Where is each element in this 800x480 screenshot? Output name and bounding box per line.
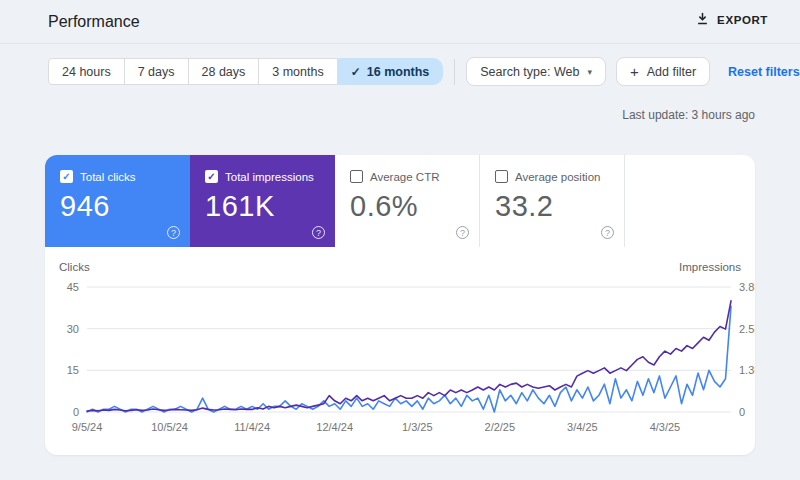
svg-text:1.3K: 1.3K	[739, 364, 755, 376]
svg-text:4/3/25: 4/3/25	[650, 421, 681, 433]
chevron-down-icon: ▾	[587, 67, 592, 77]
tab-24-hours[interactable]: 24 hours	[48, 58, 125, 85]
svg-text:0: 0	[739, 406, 745, 418]
search-type-label: Search type: Web	[480, 65, 579, 79]
performance-panel: ✓ Total clicks 946 ? ✓ Total impressions…	[45, 155, 755, 455]
add-filter-label: Add filter	[647, 65, 696, 79]
svg-text:45: 45	[67, 281, 79, 293]
page-title: Performance	[48, 13, 140, 31]
svg-text:30: 30	[67, 323, 79, 335]
tab-16-months[interactable]: ✓ 16 months	[337, 58, 444, 85]
card-average-position[interactable]: Average position 33.2 ?	[480, 155, 625, 247]
svg-text:1/3/25: 1/3/25	[402, 421, 433, 433]
last-update-text: Last update: 3 hours ago	[622, 108, 755, 122]
toolbar: 24 hours 7 days 28 days 3 months ✓ 16 mo…	[48, 57, 800, 86]
clicks-impressions-line-chart[interactable]: ClicksImpressions453.8K302.5K151.3K009/5…	[45, 257, 755, 449]
card-label: Average CTR	[370, 171, 439, 183]
checkbox-average-position[interactable]	[495, 170, 508, 183]
tab-28-days[interactable]: 28 days	[188, 58, 260, 85]
plus-icon: +	[630, 63, 639, 80]
card-label: Average position	[515, 171, 600, 183]
checkbox-total-impressions[interactable]: ✓	[205, 170, 218, 183]
card-value: 946	[60, 190, 190, 223]
date-range-tabs: 24 hours 7 days 28 days 3 months ✓ 16 mo…	[48, 58, 443, 85]
tab-label: 28 days	[202, 65, 246, 79]
svg-text:15: 15	[67, 364, 79, 376]
card-value: 161K	[205, 190, 335, 223]
svg-text:9/5/24: 9/5/24	[72, 421, 103, 433]
check-icon: ✓	[351, 65, 361, 79]
card-total-impressions[interactable]: ✓ Total impressions 161K ?	[190, 155, 335, 247]
svg-text:3/4/25: 3/4/25	[567, 421, 598, 433]
svg-text:Clicks: Clicks	[59, 261, 90, 273]
card-value: 0.6%	[350, 190, 479, 223]
tab-label: 7 days	[138, 65, 175, 79]
checkbox-average-ctr[interactable]	[350, 170, 363, 183]
tab-label: 24 hours	[62, 65, 111, 79]
card-total-clicks[interactable]: ✓ Total clicks 946 ?	[45, 155, 190, 247]
search-type-dropdown[interactable]: Search type: Web ▾	[466, 57, 606, 86]
card-average-ctr[interactable]: Average CTR 0.6% ?	[335, 155, 480, 247]
svg-text:3.8K: 3.8K	[739, 281, 755, 293]
help-icon[interactable]: ?	[456, 226, 469, 239]
performance-chart: ClicksImpressions453.8K302.5K151.3K009/5…	[45, 257, 755, 449]
svg-text:2.5K: 2.5K	[739, 323, 755, 335]
reset-filters-link[interactable]: Reset filters	[728, 65, 800, 79]
add-filter-button[interactable]: + Add filter	[616, 57, 710, 86]
tab-3-months[interactable]: 3 months	[258, 58, 337, 85]
export-button[interactable]: EXPORT	[695, 11, 768, 28]
svg-text:11/4/24: 11/4/24	[234, 421, 270, 433]
help-icon[interactable]: ?	[312, 226, 325, 239]
tab-7-days[interactable]: 7 days	[124, 58, 189, 85]
tab-label: 16 months	[367, 65, 430, 79]
tab-label: 3 months	[272, 65, 323, 79]
toolbar-separator	[454, 59, 455, 85]
card-label: Total clicks	[80, 171, 136, 183]
export-label: EXPORT	[717, 14, 768, 26]
download-icon	[695, 11, 710, 28]
header-divider	[0, 43, 800, 44]
svg-text:12/4/24: 12/4/24	[316, 421, 353, 433]
metric-cards: ✓ Total clicks 946 ? ✓ Total impressions…	[45, 155, 755, 247]
help-icon[interactable]: ?	[601, 226, 614, 239]
help-icon[interactable]: ?	[167, 226, 180, 239]
svg-text:0: 0	[73, 406, 79, 418]
checkbox-total-clicks[interactable]: ✓	[60, 170, 73, 183]
card-value: 33.2	[495, 190, 624, 223]
svg-text:Impressions: Impressions	[679, 261, 741, 273]
page-header: Performance EXPORT	[0, 0, 800, 43]
svg-text:10/5/24: 10/5/24	[151, 421, 188, 433]
card-label: Total impressions	[225, 171, 314, 183]
svg-text:2/2/25: 2/2/25	[485, 421, 516, 433]
